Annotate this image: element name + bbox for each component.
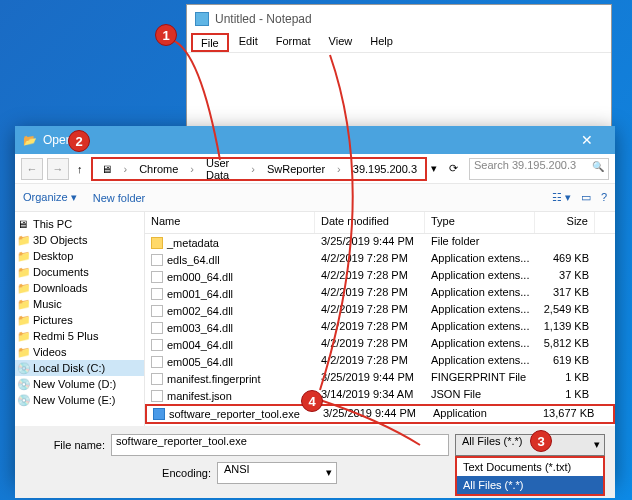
file-icon — [151, 305, 163, 317]
refresh-button[interactable]: ⟳ — [441, 158, 465, 180]
view-icon[interactable]: ☷ ▾ — [552, 191, 571, 204]
tree-item[interactable]: 💿New Volume (D:) — [15, 376, 144, 392]
back-button[interactable]: ← — [21, 158, 43, 180]
menu-format[interactable]: Format — [268, 33, 319, 52]
file-icon — [151, 271, 163, 283]
file-icon — [151, 288, 163, 300]
filename-label: File name: — [25, 439, 105, 451]
file-icon — [151, 254, 163, 266]
file-icon — [151, 390, 163, 402]
column-headers[interactable]: Name Date modified Type Size — [145, 212, 615, 234]
file-icon — [151, 356, 163, 368]
folder-icon: 📁 — [17, 314, 29, 326]
callout-1: 1 — [155, 24, 177, 46]
folder-icon: 📁 — [17, 250, 29, 262]
col-type[interactable]: Type — [425, 212, 535, 233]
file-row[interactable]: em004_64.dll4/2/2019 7:28 PMApplication … — [145, 336, 615, 353]
folder-icon: 📁 — [17, 346, 29, 358]
folder-icon: 🖥 — [17, 218, 29, 230]
callout-3: 3 — [530, 430, 552, 452]
folder-tree[interactable]: 🖥This PC📁3D Objects📁Desktop📁Documents📁Do… — [15, 212, 145, 426]
help-icon[interactable]: ? — [601, 191, 607, 204]
col-name[interactable]: Name — [145, 212, 315, 233]
callout-2: 2 — [68, 130, 90, 152]
crumb-1[interactable]: Chrome — [135, 161, 182, 177]
tree-item[interactable]: 📁Music — [15, 296, 144, 312]
file-icon — [151, 237, 163, 249]
file-icon — [151, 339, 163, 351]
col-date[interactable]: Date modified — [315, 212, 425, 233]
file-list: Name Date modified Type Size _metadata3/… — [145, 212, 615, 426]
folder-icon: 📁 — [17, 282, 29, 294]
up-button[interactable]: ↑ — [73, 163, 87, 175]
tree-item[interactable]: 📁Desktop — [15, 248, 144, 264]
forward-button[interactable]: → — [47, 158, 69, 180]
preview-icon[interactable]: ▭ — [581, 191, 591, 204]
tree-item[interactable]: 📁Downloads — [15, 280, 144, 296]
crumb-4[interactable]: 39.195.200.3 — [349, 161, 421, 177]
menu-edit[interactable]: Edit — [231, 33, 266, 52]
close-button[interactable]: ✕ — [567, 132, 607, 148]
file-row[interactable]: manifest.json3/14/2019 9:34 AMJSON File1… — [145, 387, 615, 404]
tree-item[interactable]: 💿New Volume (E:) — [15, 392, 144, 408]
menu-help[interactable]: Help — [362, 33, 401, 52]
file-icon — [151, 373, 163, 385]
crumb-3[interactable]: SwReporter — [263, 161, 329, 177]
newfolder-button[interactable]: New folder — [93, 192, 146, 204]
notepad-icon — [195, 12, 209, 26]
open-titlebar[interactable]: 📂 Open ✕ — [15, 126, 615, 154]
file-row[interactable]: edls_64.dll4/2/2019 7:28 PMApplication e… — [145, 251, 615, 268]
file-row[interactable]: em002_64.dll4/2/2019 7:28 PMApplication … — [145, 302, 615, 319]
search-input[interactable]: Search 39.195.200.3 — [469, 158, 609, 180]
bottom-panel: File name: software_reporter_tool.exe Al… — [15, 426, 615, 498]
dropdown-icon[interactable]: ▾ — [431, 162, 437, 175]
file-row[interactable]: em003_64.dll4/2/2019 7:28 PMApplication … — [145, 319, 615, 336]
notepad-titlebar[interactable]: Untitled - Notepad — [187, 5, 611, 33]
folder-icon: 📁 — [17, 298, 29, 310]
file-icon — [151, 322, 163, 334]
menu-view[interactable]: View — [321, 33, 361, 52]
organize-button[interactable]: Organize ▾ — [23, 191, 77, 204]
notepad-title: Untitled - Notepad — [215, 12, 312, 26]
breadcrumb[interactable]: 🖥 › Chrome› User Data› SwReporter› 39.19… — [91, 157, 428, 181]
tree-item[interactable]: 📁Videos — [15, 344, 144, 360]
folder-icon: 💿 — [17, 394, 29, 406]
folder-icon: 💿 — [17, 378, 29, 390]
encoding-dropdown[interactable]: ANSI — [217, 462, 337, 484]
file-row[interactable]: em005_64.dll4/2/2019 7:28 PMApplication … — [145, 353, 615, 370]
nav-row: ← → ↑ 🖥 › Chrome› User Data› SwReporter›… — [15, 154, 615, 184]
folder-icon: 📁 — [17, 234, 29, 246]
tree-item[interactable]: 📁Pictures — [15, 312, 144, 328]
encoding-label: Encoding: — [131, 467, 211, 479]
file-row[interactable]: em001_64.dll4/2/2019 7:28 PMApplication … — [145, 285, 615, 302]
filename-input[interactable]: software_reporter_tool.exe — [111, 434, 449, 456]
col-size[interactable]: Size — [535, 212, 595, 233]
filter-opt-all[interactable]: All Files (*.*) — [457, 476, 603, 494]
tree-item[interactable]: 🖥This PC — [15, 216, 144, 232]
file-row[interactable]: manifest.fingerprint3/25/2019 9:44 PMFIN… — [145, 370, 615, 387]
file-row[interactable]: _metadata3/25/2019 9:44 PMFile folder — [145, 234, 615, 251]
open-dialog: 📂 Open ✕ ← → ↑ 🖥 › Chrome› User Data› Sw… — [15, 126, 615, 482]
tree-item[interactable]: 📁Redmi 5 Plus — [15, 328, 144, 344]
folder-icon: 📁 — [17, 266, 29, 278]
menu-file[interactable]: File — [191, 33, 229, 52]
file-row[interactable]: software_reporter_tool.exe3/25/2019 9:44… — [145, 404, 615, 424]
tree-item[interactable]: 📁3D Objects — [15, 232, 144, 248]
folder-icon: 📁 — [17, 330, 29, 342]
callout-4: 4 — [301, 390, 323, 412]
filter-opt-txt[interactable]: Text Documents (*.txt) — [457, 458, 603, 476]
file-icon — [153, 408, 165, 420]
tree-item[interactable]: 📁Documents — [15, 264, 144, 280]
pc-icon: 🖥 — [97, 161, 116, 177]
folder-icon: 💿 — [17, 362, 29, 374]
folder-icon: 📂 — [23, 134, 37, 147]
tree-item[interactable]: 💿Local Disk (C:) — [15, 360, 144, 376]
notepad-menubar: File Edit Format View Help — [187, 33, 611, 53]
toolbar: Organize ▾ New folder ☷ ▾ ▭ ? — [15, 184, 615, 212]
file-row[interactable]: em000_64.dll4/2/2019 7:28 PMApplication … — [145, 268, 615, 285]
filetype-popup: Text Documents (*.txt) All Files (*.*) — [455, 456, 605, 496]
crumb-2[interactable]: User Data — [202, 155, 243, 183]
